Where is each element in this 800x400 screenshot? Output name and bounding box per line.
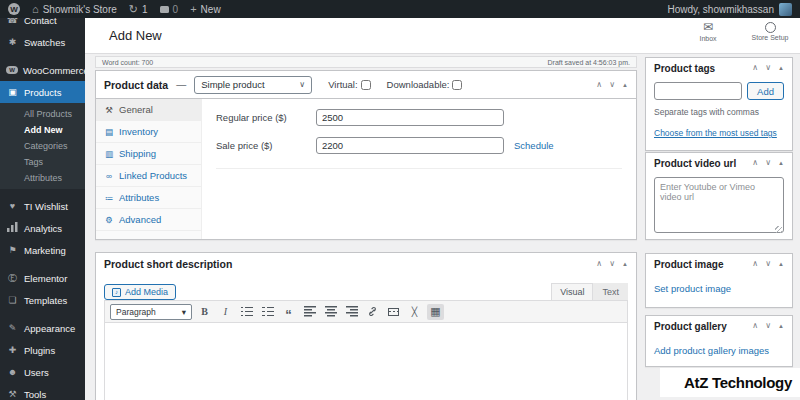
sidebar-item-elementor[interactable]: Ⓔ Elementor [0,267,85,289]
sidebar-item-marketing[interactable]: ⚑ Marketing [0,239,85,261]
products-submenu: All Products Add New Categories Tags Att… [0,103,85,189]
add-gallery-images-link[interactable]: Add product gallery images [654,345,769,356]
downloadable-checkbox[interactable] [452,80,462,90]
activity-inbox-button[interactable]: ✉ Inbox [684,20,732,42]
new-content-button[interactable]: + New [190,4,220,15]
tab-attributes[interactable]: ≔ Attributes [96,187,201,209]
insert-more-button[interactable] [385,304,402,320]
align-left-icon [304,306,316,317]
sidebar-item-users[interactable]: ☻ Users [0,361,85,383]
draft-saved-status: Draft saved at 4:56:03 pm. [548,59,631,66]
submenu-add-new[interactable]: Add New [0,122,85,138]
editor-toolbar: Paragraph ▾ B I “ [105,301,627,323]
set-product-image-link[interactable]: Set product image [654,283,731,294]
submenu-attributes[interactable]: Attributes [0,170,85,186]
submenu-all-products[interactable]: All Products [0,106,85,122]
tab-text[interactable]: Text [593,283,628,300]
move-up-icon[interactable]: ∧ [752,159,758,167]
tab-general[interactable]: ⚒ General [96,99,201,121]
page-header: Add New ✉ Inbox Store Setup [85,18,800,54]
move-up-icon[interactable]: ∧ [752,260,758,268]
most-used-tags-link[interactable]: Choose from the most used tags [654,128,777,138]
bold-button[interactable]: B [196,304,213,320]
move-up-icon[interactable]: ∧ [596,81,602,89]
watermark-text: AtZ Technology [660,368,800,397]
align-left-button[interactable] [301,304,318,320]
comments-count: 0 [173,4,179,15]
shipping-icon: ▥ [104,149,114,159]
video-url-textarea[interactable] [654,177,784,233]
attributes-icon: ≔ [104,193,114,203]
wordpress-logo-icon: W [8,3,20,15]
product-type-select[interactable]: Simple product ∨ [194,76,312,94]
toggle-panel-icon[interactable]: ▲ [778,65,784,71]
wishlist-icon: ♥ [6,202,19,211]
move-down-icon[interactable]: ∨ [765,260,771,268]
editor-content-area[interactable] [105,323,627,400]
sidebar-item-tools[interactable]: ⚒ Tools [0,383,85,400]
move-down-icon[interactable]: ∨ [609,260,615,268]
editor-status-bar: Word count: 700 Draft saved at 4:56:03 p… [95,56,637,68]
resize-handle-icon[interactable] [775,226,782,233]
general-icon: ⚒ [104,105,114,115]
submenu-tags[interactable]: Tags [0,154,85,170]
sidebar-item-products[interactable]: ▣ Products [0,81,85,103]
avatar [779,3,792,16]
tab-inventory[interactable]: ▤ Inventory [96,121,201,143]
schedule-link[interactable]: Schedule [514,140,554,151]
wordpress-menu[interactable]: W [8,3,20,15]
italic-button[interactable]: I [217,304,234,320]
regular-price-input[interactable] [316,109,504,126]
sidebar-item-ti-wishlist[interactable]: ♥ TI Wishlist [0,195,85,217]
sidebar-item-woocommerce[interactable]: W WooCommerce [0,59,85,81]
sidebar-item-contact[interactable]: ☎ Contact [0,18,85,31]
toggle-panel-icon[interactable]: ▲ [778,261,784,267]
updates-link[interactable]: ↻ 1 [129,4,148,15]
tab-linked-products[interactable]: ∞ Linked Products [96,165,201,187]
submenu-categories[interactable]: Categories [0,138,85,154]
align-right-button[interactable] [343,304,360,320]
link-button[interactable] [364,304,381,320]
short-description-panel: Product short description ∧ ∨ ▲ ♪ Add Me… [95,252,637,400]
tags-input[interactable] [654,82,742,100]
sidebar-item-swatches[interactable]: ✱ Swatches [0,31,85,53]
tab-advanced[interactable]: ⚙ Advanced [96,209,201,231]
site-name-link[interactable]: ⌂ Showmik's Store [32,4,117,15]
move-up-icon[interactable]: ∧ [752,64,758,72]
move-up-icon[interactable]: ∧ [752,322,758,330]
toolbar-toggle-button[interactable]: ▦ [427,304,444,320]
sidebar-item-plugins[interactable]: ✚ Plugins [0,339,85,361]
move-up-icon[interactable]: ∧ [596,260,602,268]
inbox-icon: ✉ [703,20,713,34]
move-down-icon[interactable]: ∨ [765,322,771,330]
toggle-panel-icon[interactable]: ▲ [778,160,784,166]
product-gallery-title: Product gallery [654,321,727,332]
regular-price-label: Regular price ($) [216,112,316,123]
add-tag-button[interactable]: Add [747,82,784,100]
store-setup-button[interactable]: Store Setup [746,20,794,42]
virtual-checkbox[interactable] [361,80,371,90]
paragraph-select[interactable]: Paragraph ▾ [110,304,192,320]
comments-link[interactable]: 0 [160,4,179,15]
move-down-icon[interactable]: ∨ [609,81,615,89]
fullscreen-button[interactable]: ╳ [406,304,423,320]
move-down-icon[interactable]: ∨ [765,159,771,167]
sidebar-item-templates[interactable]: ❏ Templates [0,289,85,311]
sale-price-input[interactable] [316,137,504,154]
tab-visual[interactable]: Visual [551,283,593,300]
toggle-panel-icon[interactable]: ▲ [622,82,628,88]
toggle-panel-icon[interactable]: ▲ [622,261,628,267]
blockquote-button[interactable]: “ [280,304,297,320]
toggle-panel-icon[interactable]: ▲ [778,323,784,329]
sidebar-item-appearance[interactable]: ✎ Appearance [0,317,85,339]
align-center-button[interactable] [322,304,339,320]
my-account-link[interactable]: Howdy, showmikhassan [667,3,792,16]
sidebar-item-analytics[interactable]: Analytics [0,217,85,239]
move-down-icon[interactable]: ∨ [765,64,771,72]
bulleted-list-button[interactable] [238,304,255,320]
advanced-icon: ⚙ [104,215,114,225]
inventory-icon: ▤ [104,127,114,137]
tab-shipping[interactable]: ▥ Shipping [96,143,201,165]
add-media-button[interactable]: ♪ Add Media [104,284,176,300]
numbered-list-button[interactable] [259,304,276,320]
